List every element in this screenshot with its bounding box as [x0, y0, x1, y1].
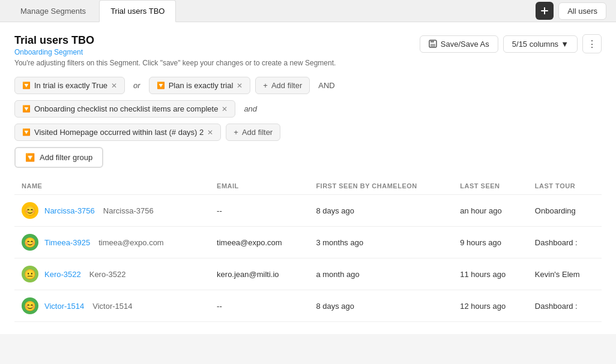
- columns-button[interactable]: 5/15 columns ▼: [503, 35, 578, 53]
- cell-first-seen-u2: 3 months ago: [309, 227, 453, 258]
- table-row: 😊 Timeea-3925 timeea@expo.com timeea@exp…: [14, 227, 602, 258]
- segment-actions: Save/Save As 5/15 columns ▼ ⋮: [420, 34, 602, 53]
- and-connector-1: AND: [315, 79, 338, 92]
- tab-trial-users[interactable]: Trial users TBO: [99, 0, 176, 22]
- plus-icon: [540, 7, 549, 15]
- filters-area: 🔽 In trial is exactly True ✕ or 🔽 Plan i…: [14, 77, 602, 168]
- table-row: 😐 Kero-3522 Kero-3522 kero.jean@milti.io…: [14, 258, 602, 290]
- col-name: NAME: [14, 178, 210, 195]
- more-options-button[interactable]: ⋮: [582, 34, 602, 53]
- add-button[interactable]: [536, 2, 554, 20]
- name-cell-u3: 😐 Kero-3522 Kero-3522: [22, 266, 202, 282]
- filter-group-icon: 🔽: [25, 153, 35, 162]
- remove-filter-in-trial[interactable]: ✕: [111, 82, 117, 90]
- filter-chip-plan[interactable]: 🔽 Plan is exactly trial ✕: [149, 77, 251, 94]
- filter-chip-in-trial[interactable]: 🔽 In trial is exactly True ✕: [14, 77, 125, 94]
- or-connector: or: [130, 79, 144, 92]
- table-row: 😊 Narcissa-3756 Narcissa-3756 -- 8 days …: [14, 195, 602, 227]
- filter-row-1: 🔽 In trial is exactly True ✕ or 🔽 Plan i…: [14, 77, 602, 94]
- user-link-u2[interactable]: Timeea-3925: [44, 238, 90, 247]
- user-display-u1: Narcissa-3756: [103, 206, 154, 215]
- filter-row-3: 🔽 Visited Homepage occurred within last …: [14, 124, 602, 141]
- filter-icon: 🔽: [22, 105, 31, 113]
- cell-last-tour-u4: Dashboard :: [528, 290, 602, 322]
- cell-last-seen-u4: 12 hours ago: [453, 290, 528, 322]
- segment-title: Trial users TBO: [14, 34, 420, 47]
- name-cell-u2: 😊 Timeea-3925 timeea@expo.com: [22, 234, 202, 251]
- cell-name-u2: 😊 Timeea-3925 timeea@expo.com: [14, 227, 210, 258]
- filter-chip-visited[interactable]: 🔽 Visited Homepage occurred within last …: [14, 124, 221, 141]
- col-first-seen: FIRST SEEN BY CHAMELEON: [309, 178, 453, 195]
- top-tabs: Manage Segments Trial users TBO All user…: [0, 0, 616, 22]
- cell-last-tour-u2: Dashboard :: [528, 227, 602, 258]
- cell-first-seen-u4: 8 days ago: [309, 290, 453, 322]
- add-filter-button-1[interactable]: + Add filter: [255, 77, 310, 94]
- add-filter-button-3[interactable]: + Add filter: [226, 124, 280, 141]
- col-last-tour: LAST TOUR: [528, 178, 602, 195]
- cell-email-u2: timeea@expo.com: [210, 227, 309, 258]
- avatar-u3: 😐: [22, 266, 38, 282]
- cell-name-u3: 😐 Kero-3522 Kero-3522: [14, 258, 210, 290]
- avatar-u4: 😊: [22, 297, 38, 314]
- user-link-u4[interactable]: Victor-1514: [44, 302, 84, 311]
- segment-header: Trial users TBO Onboarding Segment You'r…: [14, 34, 602, 67]
- tab-manage-segments[interactable]: Manage Segments: [10, 1, 97, 22]
- cell-first-seen-u1: 8 days ago: [309, 195, 453, 227]
- save-button[interactable]: Save/Save As: [420, 35, 498, 53]
- user-display-u3: Kero-3522: [89, 270, 126, 279]
- user-link-u3[interactable]: Kero-3522: [44, 270, 81, 279]
- filter-icon: 🔽: [157, 82, 165, 89]
- name-cell-u4: 😊 Victor-1514 Victor-1514: [22, 297, 202, 314]
- table-header-row: NAME EMAIL FIRST SEEN BY CHAMELEON LAST …: [14, 178, 602, 195]
- remove-filter-onboarding[interactable]: ✕: [222, 105, 228, 113]
- save-icon: [429, 40, 437, 48]
- cell-name-u1: 😊 Narcissa-3756 Narcissa-3756: [14, 195, 210, 227]
- top-right-actions: All users: [536, 2, 606, 20]
- segment-subtitle: Onboarding Segment: [14, 48, 420, 56]
- users-table: NAME EMAIL FIRST SEEN BY CHAMELEON LAST …: [14, 178, 602, 322]
- avatar-u2: 😊: [22, 234, 38, 251]
- cell-last-tour-u1: Onboarding: [528, 195, 602, 227]
- cell-email-u3: kero.jean@milti.io: [210, 258, 309, 290]
- user-display-u4: Victor-1514: [92, 302, 132, 311]
- user-link-u1[interactable]: Narcissa-3756: [44, 206, 95, 215]
- avatar-u1: 😊: [22, 202, 38, 219]
- and-connector-2: and: [240, 102, 261, 116]
- cell-last-seen-u1: an hour ago: [453, 195, 528, 227]
- add-filter-group-button[interactable]: 🔽 Add filter group: [14, 147, 103, 168]
- main-content: Trial users TBO Onboarding Segment You'r…: [0, 22, 616, 334]
- table-row: 😊 Victor-1514 Victor-1514 -- 8 days ago …: [14, 290, 602, 322]
- cell-last-seen-u3: 11 hours ago: [453, 258, 528, 290]
- col-email: EMAIL: [210, 178, 309, 195]
- cell-name-u4: 😊 Victor-1514 Victor-1514: [14, 290, 210, 322]
- cell-email-u1: --: [210, 195, 309, 227]
- segment-title-area: Trial users TBO Onboarding Segment You'r…: [14, 34, 420, 67]
- all-users-button[interactable]: All users: [558, 2, 606, 20]
- svg-rect-4: [430, 44, 435, 47]
- cell-email-u4: --: [210, 290, 309, 322]
- user-display-u2: timeea@expo.com: [98, 238, 164, 247]
- name-cell-u1: 😊 Narcissa-3756 Narcissa-3756: [22, 202, 202, 219]
- remove-filter-visited[interactable]: ✕: [207, 128, 213, 137]
- cell-first-seen-u3: a month ago: [309, 258, 453, 290]
- filter-row-2: 🔽 Onboarding checklist no checklist item…: [14, 100, 602, 118]
- cell-last-tour-u3: Kevin's Elem: [528, 258, 602, 290]
- cell-last-seen-u2: 9 hours ago: [453, 227, 528, 258]
- segment-description: You're adjusting filters on this Segment…: [14, 59, 420, 67]
- remove-filter-plan[interactable]: ✕: [237, 82, 243, 90]
- filter-icon: 🔽: [22, 82, 31, 89]
- filter-chip-onboarding[interactable]: 🔽 Onboarding checklist no checklist item…: [14, 100, 235, 118]
- filter-icon: 🔽: [22, 128, 31, 136]
- svg-rect-1: [541, 10, 548, 11]
- svg-rect-3: [430, 40, 434, 43]
- col-last-seen: LAST SEEN: [453, 178, 528, 195]
